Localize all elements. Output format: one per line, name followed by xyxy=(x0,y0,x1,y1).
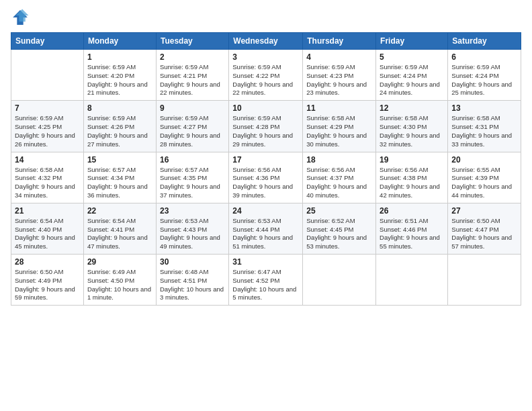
calendar-cell: 3Sunrise: 6:59 AM Sunset: 4:22 PM Daylig… xyxy=(229,50,303,101)
weekday-header-saturday: Saturday xyxy=(448,33,521,50)
day-info: Sunrise: 6:57 AM Sunset: 4:35 PM Dayligh… xyxy=(160,166,225,200)
day-info: Sunrise: 6:54 AM Sunset: 4:40 PM Dayligh… xyxy=(15,217,80,251)
calendar-cell: 16Sunrise: 6:57 AM Sunset: 4:35 PM Dayli… xyxy=(156,152,228,203)
calendar-cell: 23Sunrise: 6:53 AM Sunset: 4:43 PM Dayli… xyxy=(156,203,228,254)
week-row-5: 28Sunrise: 6:50 AM Sunset: 4:49 PM Dayli… xyxy=(11,255,521,306)
day-info: Sunrise: 6:58 AM Sunset: 4:29 PM Dayligh… xyxy=(306,114,372,148)
weekday-header-monday: Monday xyxy=(83,33,156,50)
day-number: 23 xyxy=(160,206,225,216)
calendar-cell: 24Sunrise: 6:53 AM Sunset: 4:44 PM Dayli… xyxy=(229,203,303,254)
day-info: Sunrise: 6:59 AM Sunset: 4:20 PM Dayligh… xyxy=(87,63,152,97)
day-number: 27 xyxy=(451,206,517,216)
day-info: Sunrise: 6:59 AM Sunset: 4:23 PM Dayligh… xyxy=(306,63,372,97)
day-number: 2 xyxy=(160,52,225,62)
day-number: 7 xyxy=(15,103,80,113)
day-number: 26 xyxy=(380,206,444,216)
day-info: Sunrise: 6:59 AM Sunset: 4:24 PM Dayligh… xyxy=(380,63,444,97)
calendar-cell: 9Sunrise: 6:59 AM Sunset: 4:27 PM Daylig… xyxy=(156,101,228,152)
day-number: 21 xyxy=(15,206,80,216)
day-info: Sunrise: 6:59 AM Sunset: 4:24 PM Dayligh… xyxy=(451,63,517,97)
calendar-cell: 8Sunrise: 6:59 AM Sunset: 4:26 PM Daylig… xyxy=(83,101,156,152)
day-info: Sunrise: 6:59 AM Sunset: 4:28 PM Dayligh… xyxy=(232,114,299,148)
calendar-cell: 7Sunrise: 6:59 AM Sunset: 4:25 PM Daylig… xyxy=(11,101,84,152)
week-row-3: 14Sunrise: 6:58 AM Sunset: 4:32 PM Dayli… xyxy=(11,152,521,203)
day-number: 1 xyxy=(87,52,152,62)
header xyxy=(11,8,521,27)
calendar-cell: 22Sunrise: 6:54 AM Sunset: 4:41 PM Dayli… xyxy=(83,203,156,254)
calendar-cell: 31Sunrise: 6:47 AM Sunset: 4:52 PM Dayli… xyxy=(229,255,303,306)
day-info: Sunrise: 6:56 AM Sunset: 4:37 PM Dayligh… xyxy=(306,166,372,200)
day-number: 19 xyxy=(380,155,444,165)
calendar-cell: 27Sunrise: 6:50 AM Sunset: 4:47 PM Dayli… xyxy=(448,203,521,254)
day-info: Sunrise: 6:48 AM Sunset: 4:51 PM Dayligh… xyxy=(160,268,225,302)
day-info: Sunrise: 6:59 AM Sunset: 4:21 PM Dayligh… xyxy=(160,63,225,97)
calendar-table: SundayMondayTuesdayWednesdayThursdayFrid… xyxy=(11,32,521,306)
week-row-1: 1Sunrise: 6:59 AM Sunset: 4:20 PM Daylig… xyxy=(11,50,521,101)
calendar-cell: 12Sunrise: 6:58 AM Sunset: 4:30 PM Dayli… xyxy=(376,101,448,152)
day-info: Sunrise: 6:59 AM Sunset: 4:26 PM Dayligh… xyxy=(87,114,152,148)
day-info: Sunrise: 6:56 AM Sunset: 4:36 PM Dayligh… xyxy=(232,166,299,200)
calendar-cell: 19Sunrise: 6:56 AM Sunset: 4:38 PM Dayli… xyxy=(376,152,448,203)
calendar-cell: 18Sunrise: 6:56 AM Sunset: 4:37 PM Dayli… xyxy=(303,152,376,203)
day-number: 16 xyxy=(160,155,225,165)
day-info: Sunrise: 6:54 AM Sunset: 4:41 PM Dayligh… xyxy=(87,217,152,251)
day-number: 4 xyxy=(306,52,372,62)
calendar-cell: 29Sunrise: 6:49 AM Sunset: 4:50 PM Dayli… xyxy=(83,255,156,306)
day-number: 20 xyxy=(451,155,517,165)
day-info: Sunrise: 6:58 AM Sunset: 4:31 PM Dayligh… xyxy=(451,114,517,148)
day-info: Sunrise: 6:50 AM Sunset: 4:47 PM Dayligh… xyxy=(451,217,517,251)
calendar-cell: 14Sunrise: 6:58 AM Sunset: 4:32 PM Dayli… xyxy=(11,152,84,203)
day-info: Sunrise: 6:56 AM Sunset: 4:38 PM Dayligh… xyxy=(380,166,444,200)
calendar-cell: 26Sunrise: 6:51 AM Sunset: 4:46 PM Dayli… xyxy=(376,203,448,254)
calendar-cell: 13Sunrise: 6:58 AM Sunset: 4:31 PM Dayli… xyxy=(448,101,521,152)
calendar-cell xyxy=(303,255,376,306)
week-row-4: 21Sunrise: 6:54 AM Sunset: 4:40 PM Dayli… xyxy=(11,203,521,254)
day-number: 28 xyxy=(15,257,80,267)
weekday-header-sunday: Sunday xyxy=(11,33,84,50)
day-info: Sunrise: 6:51 AM Sunset: 4:46 PM Dayligh… xyxy=(380,217,444,251)
day-number: 12 xyxy=(380,103,444,113)
day-info: Sunrise: 6:58 AM Sunset: 4:30 PM Dayligh… xyxy=(380,114,444,148)
weekday-header-thursday: Thursday xyxy=(303,33,376,50)
day-info: Sunrise: 6:59 AM Sunset: 4:27 PM Dayligh… xyxy=(160,114,225,148)
logo xyxy=(11,8,32,27)
day-number: 3 xyxy=(232,52,299,62)
calendar-cell: 28Sunrise: 6:50 AM Sunset: 4:49 PM Dayli… xyxy=(11,255,84,306)
day-info: Sunrise: 6:55 AM Sunset: 4:39 PM Dayligh… xyxy=(451,166,517,200)
day-info: Sunrise: 6:59 AM Sunset: 4:22 PM Dayligh… xyxy=(232,63,299,97)
day-number: 11 xyxy=(306,103,372,113)
day-info: Sunrise: 6:59 AM Sunset: 4:25 PM Dayligh… xyxy=(15,114,80,148)
day-number: 24 xyxy=(232,206,299,216)
calendar-cell: 6Sunrise: 6:59 AM Sunset: 4:24 PM Daylig… xyxy=(448,50,521,101)
day-info: Sunrise: 6:52 AM Sunset: 4:45 PM Dayligh… xyxy=(306,217,372,251)
day-info: Sunrise: 6:50 AM Sunset: 4:49 PM Dayligh… xyxy=(15,268,80,302)
weekday-header-friday: Friday xyxy=(376,33,448,50)
day-info: Sunrise: 6:47 AM Sunset: 4:52 PM Dayligh… xyxy=(232,268,299,302)
day-info: Sunrise: 6:49 AM Sunset: 4:50 PM Dayligh… xyxy=(87,268,152,302)
day-number: 6 xyxy=(451,52,517,62)
weekday-header-tuesday: Tuesday xyxy=(156,33,228,50)
day-number: 31 xyxy=(232,257,299,267)
calendar-cell: 10Sunrise: 6:59 AM Sunset: 4:28 PM Dayli… xyxy=(229,101,303,152)
calendar-cell: 15Sunrise: 6:57 AM Sunset: 4:34 PM Dayli… xyxy=(83,152,156,203)
day-number: 17 xyxy=(232,155,299,165)
day-number: 29 xyxy=(87,257,152,267)
day-number: 22 xyxy=(87,206,152,216)
day-number: 13 xyxy=(451,103,517,113)
calendar-cell: 25Sunrise: 6:52 AM Sunset: 4:45 PM Dayli… xyxy=(303,203,376,254)
calendar-cell: 2Sunrise: 6:59 AM Sunset: 4:21 PM Daylig… xyxy=(156,50,228,101)
calendar-cell: 4Sunrise: 6:59 AM Sunset: 4:23 PM Daylig… xyxy=(303,50,376,101)
calendar-cell xyxy=(11,50,84,101)
day-info: Sunrise: 6:53 AM Sunset: 4:44 PM Dayligh… xyxy=(232,217,299,251)
calendar-cell: 20Sunrise: 6:55 AM Sunset: 4:39 PM Dayli… xyxy=(448,152,521,203)
calendar-cell: 17Sunrise: 6:56 AM Sunset: 4:36 PM Dayli… xyxy=(229,152,303,203)
calendar-cell: 5Sunrise: 6:59 AM Sunset: 4:24 PM Daylig… xyxy=(376,50,448,101)
day-number: 14 xyxy=(15,155,80,165)
weekday-header-row: SundayMondayTuesdayWednesdayThursdayFrid… xyxy=(11,33,521,50)
day-number: 9 xyxy=(160,103,225,113)
calendar-cell: 30Sunrise: 6:48 AM Sunset: 4:51 PM Dayli… xyxy=(156,255,228,306)
logo-icon xyxy=(11,8,30,27)
calendar-cell: 1Sunrise: 6:59 AM Sunset: 4:20 PM Daylig… xyxy=(83,50,156,101)
calendar-cell: 21Sunrise: 6:54 AM Sunset: 4:40 PM Dayli… xyxy=(11,203,84,254)
day-number: 25 xyxy=(306,206,372,216)
